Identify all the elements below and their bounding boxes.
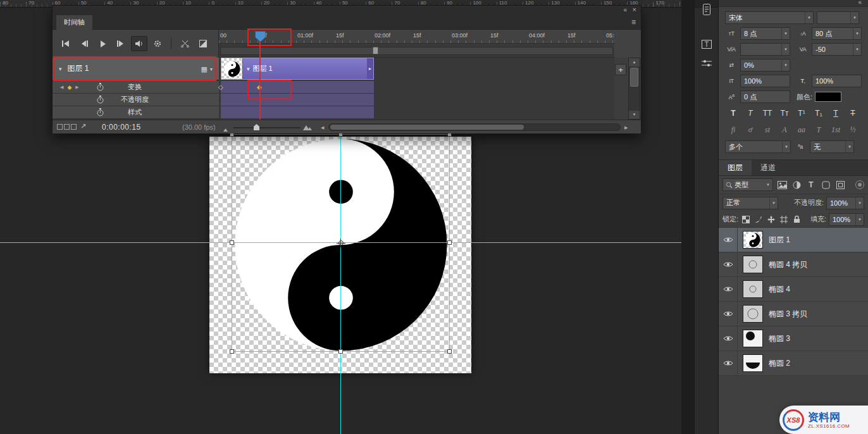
layer-thumbnail[interactable] bbox=[743, 305, 763, 323]
convert-to-frame-animation-button[interactable] bbox=[57, 124, 77, 130]
chevron-down-icon[interactable]: ▾ bbox=[210, 66, 213, 72]
font-style-select[interactable]: ▼ bbox=[817, 11, 859, 24]
transition-button[interactable] bbox=[195, 36, 211, 51]
keyframe-icon[interactable]: ◇ bbox=[218, 84, 223, 90]
font-family-select[interactable]: 宋体 ▼ bbox=[725, 11, 814, 24]
filter-smart-objects-icon[interactable] bbox=[834, 179, 846, 190]
visibility-toggle[interactable] bbox=[719, 252, 738, 276]
timeline-zoom-slider[interactable] bbox=[233, 127, 301, 128]
reference-point-icon[interactable] bbox=[337, 239, 345, 247]
transform-handle[interactable] bbox=[447, 349, 452, 354]
layer-row[interactable]: 椭圆 3 bbox=[719, 326, 868, 351]
layer-thumbnail[interactable] bbox=[743, 330, 763, 347]
layer-row[interactable]: 椭圆 3 拷贝 bbox=[719, 302, 868, 326]
collapsed-panel-icon-1[interactable] bbox=[699, 2, 714, 17]
collapse-dock-icon[interactable]: « bbox=[858, 0, 862, 6]
contextual-alternates-button[interactable]: ơ bbox=[742, 123, 759, 137]
faux-italic-button[interactable]: T bbox=[742, 106, 759, 120]
lock-image-pixels-icon[interactable] bbox=[753, 214, 764, 225]
property-row-style[interactable]: 样式 bbox=[53, 106, 219, 118]
vertical-scale-input[interactable]: 100% bbox=[740, 75, 790, 87]
ordinals-button[interactable]: 1st bbox=[828, 123, 844, 137]
collapse-panel-icon[interactable]: « bbox=[623, 6, 627, 13]
scrollbar-thumb[interactable] bbox=[330, 125, 524, 130]
property-row-opacity[interactable]: 不透明度 bbox=[53, 94, 219, 106]
clip-end-handle[interactable]: ▸ bbox=[367, 58, 373, 79]
stylistic-alternates-button[interactable]: aa bbox=[793, 123, 810, 137]
tab-timeline[interactable]: 时间轴 bbox=[56, 15, 92, 30]
transform-handle[interactable] bbox=[447, 240, 452, 245]
layer-row[interactable]: 椭圆 4 bbox=[719, 277, 868, 302]
opacity-input[interactable]: 100% ▼ bbox=[826, 197, 864, 209]
blend-mode-select[interactable]: 正常 ▼ bbox=[722, 197, 778, 209]
work-area-handle[interactable] bbox=[373, 47, 378, 54]
layer-row[interactable]: 图层 1 bbox=[719, 228, 868, 252]
layer-track-header[interactable]: ▾ 图层 1 ▦ ▾ bbox=[53, 58, 219, 80]
discretionary-ligatures-button[interactable]: st bbox=[759, 123, 776, 137]
next-keyframe-icon[interactable]: ▶ bbox=[75, 85, 78, 90]
scroll-right-icon[interactable]: ▶ bbox=[624, 125, 628, 130]
swash-button[interactable]: A bbox=[776, 123, 793, 137]
vertical-scrollbar[interactable]: ▲ ▼ bbox=[628, 58, 640, 120]
small-caps-button[interactable]: Tᴛ bbox=[776, 106, 793, 120]
tracking-select[interactable]: -50 ▼ bbox=[812, 43, 862, 56]
fill-input[interactable]: 100% ▼ bbox=[829, 213, 864, 226]
timeline-time-ruler[interactable]: 0015f01:00f15f02:00f15f03:00f15f04:00f15… bbox=[219, 30, 614, 44]
filter-adjustment-layers-icon[interactable] bbox=[791, 179, 802, 190]
previous-frame-button[interactable] bbox=[76, 36, 92, 51]
zoom-out-icon[interactable] bbox=[223, 125, 230, 133]
work-area-bar[interactable] bbox=[219, 44, 614, 58]
keyframe-diamond-icon[interactable]: ◆ bbox=[67, 84, 71, 90]
transform-handle[interactable] bbox=[230, 240, 234, 245]
previous-keyframe-icon[interactable]: ◀ bbox=[60, 85, 63, 90]
scroll-up-icon[interactable]: ▲ bbox=[629, 58, 640, 66]
zoom-in-icon[interactable] bbox=[303, 123, 312, 132]
all-caps-button[interactable]: TT bbox=[759, 106, 776, 120]
property-row-transform[interactable]: ◀ ◆ ▶ 变换 bbox=[53, 81, 219, 93]
layer-thumbnail[interactable] bbox=[743, 256, 763, 273]
add-media-button[interactable]: + bbox=[615, 64, 626, 75]
transform-handle[interactable] bbox=[230, 349, 234, 354]
lock-all-icon[interactable] bbox=[791, 214, 802, 225]
clip-settings-icon[interactable]: ▦ bbox=[201, 65, 208, 73]
lock-position-icon[interactable] bbox=[766, 214, 776, 225]
filter-type-layers-icon[interactable]: T bbox=[805, 179, 817, 190]
collapsed-panel-icon-3[interactable] bbox=[699, 56, 714, 71]
faux-bold-button[interactable]: T bbox=[725, 106, 741, 120]
fractions-button[interactable]: ½ bbox=[845, 123, 861, 137]
visibility-toggle[interactable] bbox=[719, 302, 738, 326]
render-arrow-icon[interactable]: ↗ bbox=[80, 122, 86, 130]
split-at-playhead-button[interactable] bbox=[177, 36, 193, 51]
chevron-down-icon[interactable]: ▾ bbox=[59, 66, 62, 72]
visibility-toggle[interactable] bbox=[719, 326, 738, 350]
mute-audio-button[interactable] bbox=[131, 36, 147, 51]
filter-toggle-icon[interactable] bbox=[855, 180, 864, 189]
visibility-toggle[interactable] bbox=[719, 277, 738, 301]
collapsed-panel-icon-2[interactable] bbox=[699, 37, 714, 52]
scroll-down-icon[interactable]: ▼ bbox=[629, 111, 640, 119]
filter-shape-layers-icon[interactable] bbox=[820, 179, 831, 190]
transform-selection-box[interactable] bbox=[232, 134, 450, 352]
ligatures-button[interactable]: fi bbox=[725, 123, 741, 137]
superscript-button[interactable]: T¹ bbox=[793, 106, 810, 120]
scroll-left-icon[interactable]: ◀ bbox=[321, 125, 324, 130]
horizontal-scrollbar[interactable] bbox=[328, 123, 621, 131]
close-icon[interactable]: × bbox=[633, 6, 636, 13]
go-to-first-frame-button[interactable] bbox=[58, 36, 74, 51]
scrollbar-thumb[interactable] bbox=[630, 68, 638, 87]
next-frame-button[interactable] bbox=[113, 36, 129, 51]
tab-layers[interactable]: 图层 bbox=[719, 160, 752, 175]
video-clip[interactable]: ▾ 图层 1 ▸ bbox=[221, 58, 374, 80]
transform-handle[interactable] bbox=[338, 349, 343, 354]
strikethrough-button[interactable]: T bbox=[845, 106, 861, 120]
proportional-spacing-select[interactable]: 0% ▼ bbox=[740, 59, 790, 71]
filter-pixel-layers-icon[interactable] bbox=[776, 179, 788, 190]
filter-kind-select[interactable]: 类型 ▼ bbox=[722, 178, 773, 191]
chevron-down-icon[interactable]: ▾ bbox=[247, 66, 250, 72]
lock-artboard-icon[interactable] bbox=[779, 214, 789, 225]
layer-thumbnail[interactable] bbox=[743, 231, 763, 249]
layer-row[interactable]: 椭圆 2 bbox=[719, 351, 868, 376]
tab-channels[interactable]: 通道 bbox=[752, 160, 784, 175]
baseline-shift-input[interactable]: 0 点 bbox=[740, 90, 790, 103]
transform-track[interactable]: ◇ ◆ bbox=[221, 81, 374, 93]
